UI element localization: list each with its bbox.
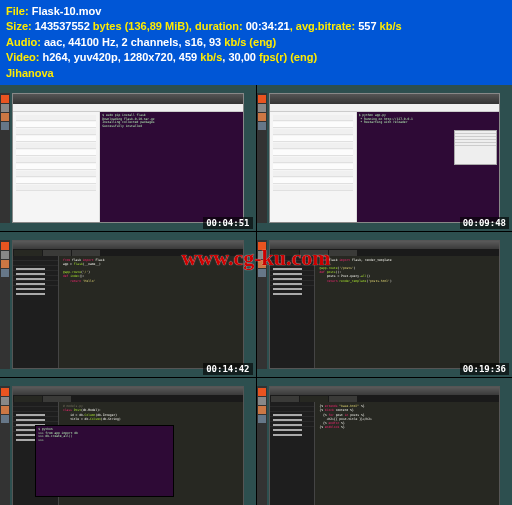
audio-unit: kb/s (eng)	[224, 36, 276, 48]
duration-label: , duration:	[189, 20, 246, 32]
addressbar	[13, 104, 243, 112]
audio-value: aac, 44100 Hz, 2 channels, s16, 93	[44, 36, 224, 48]
file-label: File:	[6, 5, 32, 17]
fps-value: , 30,00	[222, 51, 259, 63]
file-tree	[270, 256, 316, 369]
ubuntu-launcher	[257, 93, 267, 223]
timestamp-badge: 00:09:48	[460, 217, 509, 229]
video-thumbnail: $ python app.py * Running on http://127.…	[257, 85, 513, 231]
code-editor: {% extends "base.html" %} {% block conte…	[315, 402, 499, 505]
video-thumbnail: from flask import Flask app = Flask(__na…	[0, 232, 256, 378]
editor-tabs	[13, 249, 243, 256]
credit: Jihanova	[6, 67, 54, 79]
timestamp-badge: 00:04:51	[203, 217, 252, 229]
browser-window: $ python app.py * Running on http://127.…	[269, 93, 501, 223]
ide-window: from flask import Flask app = Flask(__na…	[12, 240, 244, 370]
ubuntu-launcher	[0, 240, 10, 370]
launcher-icon	[1, 122, 9, 130]
size-unit: bytes (136,89 MiB)	[93, 20, 189, 32]
titlebar	[13, 94, 243, 104]
file-tree	[270, 402, 316, 505]
ide-window: # models.py class Post(db.Model): id = d…	[12, 386, 244, 505]
ubuntu-launcher	[257, 240, 267, 370]
duration-value: 00:34:21	[246, 20, 290, 32]
ubuntu-launcher	[257, 386, 267, 505]
size-label: Size:	[6, 20, 35, 32]
terminal-pane: $ python app.py * Running on http://127.…	[357, 112, 499, 222]
video-thumbnail: $ sudo pip install flask Downloading Fla…	[0, 85, 256, 231]
bitrate-label: , avg.bitrate:	[290, 20, 358, 32]
size-value: 143537552	[35, 20, 93, 32]
code-panel	[454, 130, 497, 165]
ubuntu-launcher	[0, 93, 10, 223]
video-value: h264, yuv420p, 1280x720, 459	[42, 51, 200, 63]
timestamp-badge: 00:19:36	[460, 363, 509, 375]
file-tree	[13, 256, 59, 369]
ide-window: {% extends "base.html" %} {% block conte…	[269, 386, 501, 505]
doc-table	[270, 112, 357, 222]
thumbnail-grid: www.cg-ku.com $ sudo pip install	[0, 85, 512, 505]
code-editor: from flask import Flask, render_template…	[315, 256, 499, 369]
file-value: Flask-10.mov	[32, 5, 102, 17]
video-thumbnail: {% extends "base.html" %} {% block conte…	[257, 378, 513, 505]
video-thumbnail: # models.py class Post(db.Model): id = d…	[0, 378, 256, 505]
doc-table	[13, 112, 100, 222]
video-thumbnail: from flask import Flask, render_template…	[257, 232, 513, 378]
bitrate-value: 557	[358, 20, 379, 32]
code-editor: from flask import Flask app = Flask(__na…	[59, 256, 243, 369]
browser-window: $ sudo pip install flask Downloading Fla…	[12, 93, 244, 223]
media-info-header: File: Flask-10.mov Size: 143537552 bytes…	[0, 0, 512, 85]
ubuntu-launcher	[0, 386, 10, 505]
bitrate-unit: kb/s	[380, 20, 402, 32]
audio-label: Audio:	[6, 36, 44, 48]
terminal-pane: $ sudo pip install flask Downloading Fla…	[100, 112, 242, 222]
launcher-icon	[1, 95, 9, 103]
video-unit: kb/s	[200, 51, 222, 63]
fps-unit: fps(r) (eng)	[259, 51, 317, 63]
ide-window: from flask import Flask, render_template…	[269, 240, 501, 370]
terminal-overlay: $ python >>> from app import db >>> db.c…	[35, 425, 174, 496]
launcher-icon	[1, 113, 9, 121]
video-label: Video:	[6, 51, 42, 63]
launcher-icon	[1, 104, 9, 112]
timestamp-badge: 00:14:42	[203, 363, 252, 375]
